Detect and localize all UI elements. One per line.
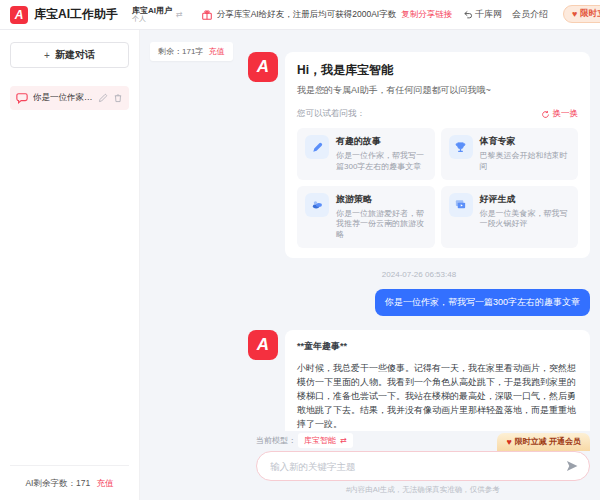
copy-share-link[interactable]: 复制分享链接 [401, 9, 452, 21]
send-icon [565, 459, 579, 473]
refresh-suggestions-button[interactable]: 换一换 [541, 108, 579, 120]
message-timestamp: 2024-07-26 06:53:48 [248, 270, 590, 279]
remaining-label: 剩余：171字 [158, 47, 203, 56]
greeting-card: Hi，我是库宝智能 我是您的专属AI助手，有任何问题都可以问我哦~ 您可以试着问… [285, 52, 590, 258]
suggestion-travel-strategy[interactable]: 旅游策略 你是一位旅游爱好者，帮我推荐一份云南的旅游攻略 [297, 186, 435, 248]
ai-disclaimer: #内容由AI生成，无法确保真实准确，仅供参考 [256, 485, 590, 495]
user-type: 个人 [132, 15, 172, 23]
chat-bubble-icon [16, 92, 28, 104]
pencil-icon [98, 93, 108, 103]
current-model-label: 当前模型： [256, 435, 296, 446]
composer-area: 当前模型： 库宝智能 ⇄ ♥ 限时立减 开通会员 [140, 431, 600, 500]
heart-badge-icon: ♥ [572, 9, 577, 19]
suggestion-funny-story[interactable]: 有趣的故事 你是一位作家，帮我写一篇300字左右的趣事文章 [297, 128, 435, 180]
suggestion-grid: 有趣的故事 你是一位作家，帮我写一篇300字左右的趣事文章 [297, 128, 578, 248]
pen-icon [305, 135, 329, 159]
share-banner: 分享库宝AI给好友，注册后均可获得2000AI字数 复制分享链接 [201, 9, 452, 21]
membership-link[interactable]: 会员介绍 [512, 8, 548, 21]
greeting-message: A Hi，我是库宝智能 我是您的专属AI助手，有任何问题都可以问我哦~ 您可以试… [248, 52, 590, 258]
chat-history-item[interactable]: 你是一位作家，帮... [10, 86, 129, 110]
trash-icon [113, 93, 123, 103]
sidebar-recharge-link[interactable]: 充值 [97, 478, 114, 488]
ai-avatar: A [248, 52, 278, 82]
share-banner-text: 分享库宝AI给好友，注册后均可获得2000AI字数 [217, 9, 396, 21]
sidebar-footer: AI剩余字数：171 充值 [10, 465, 129, 490]
suggestion-hint: 您可以试着问我： [297, 108, 365, 120]
refresh-icon [541, 110, 550, 119]
sidebar: + 新建对话 你是一位作家，帮... [0, 30, 140, 500]
swap-icon: ⇄ [340, 436, 347, 445]
return-arrow-icon [463, 10, 473, 20]
user-name: 库宝AI用户 [132, 6, 172, 15]
chat-item-title: 你是一位作家，帮... [33, 92, 93, 104]
plus-icon: + [44, 50, 50, 61]
user-switcher[interactable]: 库宝AI用户 个人 ⇄ [132, 6, 183, 23]
travel-icon [305, 193, 329, 217]
greeting-title: Hi，我是库宝智能 [297, 62, 578, 79]
chat-main: 剩余：171字 充值 A Hi，我是库宝智能 我是您的专属AI助手，有任何问题都… [140, 30, 600, 500]
message-input-container [256, 451, 590, 481]
delete-chat-button[interactable] [113, 93, 123, 103]
main-recharge-link[interactable]: 充值 [209, 47, 225, 56]
trophy-icon [449, 135, 473, 159]
model-selector[interactable]: 库宝智能 ⇄ [298, 433, 353, 448]
user-message-bubble: 你是一位作家，帮我写一篇300字左右的趣事文章 [375, 289, 590, 317]
swap-icon: ⇄ [176, 10, 183, 19]
message-input[interactable] [270, 461, 561, 472]
app-title: 库宝AI工作助手 [34, 6, 118, 23]
ai-paragraph: 小时候，我总爱干一些傻事。记得有一天，我在家里看动画片，突然想模仿一下里面的人物… [297, 362, 578, 432]
membership-promo-badge[interactable]: ♥ 限时立减 开通会员 [497, 433, 590, 451]
remaining-pill: 剩余：171字 充值 [150, 42, 233, 61]
remaining-words-label: AI剩余字数：171 [25, 478, 90, 488]
greeting-subtitle: 我是您的专属AI助手，有任何问题都可以问我哦~ [297, 84, 578, 97]
header-promo-button[interactable]: ♥ 限时立减 [563, 5, 600, 23]
ai-avatar: A [248, 330, 278, 360]
gift-icon [201, 9, 213, 21]
app-logo-icon: A [10, 6, 28, 24]
new-chat-button[interactable]: + 新建对话 [10, 42, 129, 68]
edit-chat-button[interactable] [98, 93, 108, 103]
app-header: A 库宝AI工作助手 库宝AI用户 个人 ⇄ 分享库宝AI给好友，注册后均可获得… [0, 0, 600, 30]
review-icon [449, 193, 473, 217]
user-message-row: 你是一位作家，帮我写一篇300字左右的趣事文章 [248, 289, 590, 317]
suggestion-sports-expert[interactable]: 体育专家 巴黎奥运会开始和结束时间 [441, 128, 579, 180]
site-home-link[interactable]: 千库网 [463, 8, 502, 21]
suggestion-review-generate[interactable]: 好评生成 你是一位美食家，帮我写一段火锅好评 [441, 186, 579, 248]
ai-message-title: **童年趣事** [297, 340, 578, 354]
send-button[interactable] [561, 455, 583, 477]
heart-badge-icon: ♥ [506, 437, 511, 447]
